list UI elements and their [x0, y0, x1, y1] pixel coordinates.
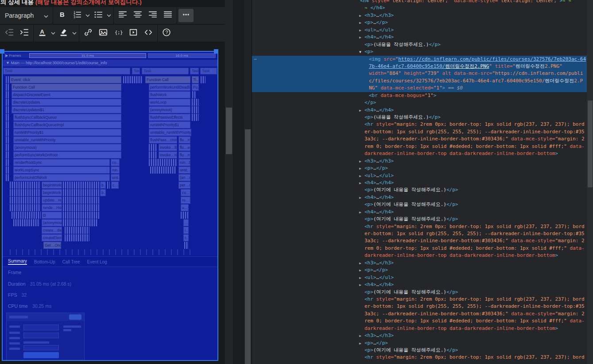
dom-tree-node[interactable]: darkreader-inline-border-top data-darkre… [252, 252, 587, 259]
dom-tree-node[interactable]: ▶<ul>…</ul> [252, 274, 587, 281]
expand-arrow-icon[interactable]: ▶ [359, 158, 361, 165]
link-button[interactable] [81, 27, 96, 40]
expand-arrow-icon[interactable]: ▶ [359, 34, 361, 41]
dom-tree-node[interactable]: <p>(내용을 작성해주세요.)</p> [252, 114, 587, 121]
page-scrollbar[interactable] [244, 0, 252, 364]
dom-tree-node[interactable]: darkreader-inline-border-top data-darkre… [252, 150, 587, 157]
bold-button[interactable]: B [54, 9, 70, 22]
selected-image[interactable]: ▶ Frames31.0 ms16.0 ms▼ Main — http://lo… [2, 51, 218, 361]
dom-tree-node[interactable]: ▶<p>…</p> [252, 165, 587, 172]
expand-arrow-icon[interactable]: ▶ [359, 282, 361, 288]
expand-arrow-icon[interactable]: ▶ [359, 19, 361, 26]
dom-tree-node[interactable]: <p>(여기에 내용을 작성해주세요.)</p> [252, 201, 587, 208]
dom-tree-node[interactable]: ▶<h4>…</h4> [252, 194, 587, 201]
dom-tree-node[interactable]: ▶<h3>…</h3> [252, 259, 587, 267]
dom-tree-node[interactable]: ▶<p>…</p> [252, 340, 587, 347]
highlight-chevron[interactable] [71, 27, 78, 40]
text-color-button[interactable]: A [35, 27, 50, 40]
dom-tree-node[interactable]: ▶<h4>…</h4> [252, 179, 587, 186]
source-code-button[interactable] [141, 27, 156, 40]
editor-scrollbar[interactable] [225, 0, 233, 364]
dom-tree-node[interactable]: ▶<h4>…</h4> [252, 107, 587, 114]
paragraph-style-select[interactable]: Paragraph [2, 9, 51, 22]
dom-tree-node[interactable]: 3a3c; --darkreader-inline-border-bottom:… [252, 237, 587, 244]
dom-tree-node[interactable]: <h4 style="text-align: center;" data-mce… [252, 0, 587, 4]
expand-arrow-icon[interactable]: ▶ [359, 165, 361, 172]
dom-tree-node[interactable]: 3a3c; --darkreader-inline-border-bottom:… [252, 310, 587, 318]
dom-tree-node[interactable]: <hr style="margin: 2rem 0px; border-top:… [252, 296, 587, 303]
dom-tree-node[interactable]: ▶<h3>…</h3> [252, 12, 587, 19]
expand-arrow-icon[interactable]: ▶ [359, 260, 361, 267]
expand-arrow-icon[interactable]: ▶ [359, 267, 361, 274]
indent-button[interactable] [17, 27, 32, 40]
dom-tree-node[interactable]: ▶<h4>…</h4> [252, 34, 587, 41]
dom-tree-node[interactable]: ▶<h3>…</h3> [252, 158, 587, 165]
highlight-button[interactable] [56, 27, 71, 40]
dom-tree-node[interactable]: ⋯<img src="https://cdn.inflearn.com/publ… [252, 56, 587, 63]
more-button[interactable] [178, 9, 194, 22]
expand-arrow-icon[interactable]: ▶ [359, 209, 361, 216]
dom-tree-node[interactable]: rem 0; border-top: 1px solid #ededed; bo… [252, 245, 587, 252]
dom-tree-node[interactable]: <br data-mce-bogus="1"> [252, 92, 587, 99]
dom-tree-node[interactable]: <p>(여기에 내용을 작성해주세요.)</p> [252, 347, 587, 354]
expand-arrow-icon[interactable]: ▶ [359, 333, 361, 339]
dom-tree-node[interactable]: ▶<h4>…</h4> [252, 281, 587, 288]
dom-tree-node[interactable]: ▶<h3>…</h3> [252, 332, 587, 339]
ordered-list-button[interactable]: 123 [70, 9, 85, 22]
media-button[interactable] [126, 27, 141, 40]
dom-tree-node[interactable]: <hr style="margin: 2rem 0px; border-top:… [252, 121, 587, 128]
bullet-list-button[interactable] [91, 9, 106, 22]
editor-scrollbar-thumb[interactable] [226, 108, 232, 154]
devtools-scrollbar[interactable] [587, 0, 593, 364]
editor-content-area[interactable]: ▶ Frames31.0 ms16.0 ms▼ Main — http://lo… [0, 43, 225, 364]
dom-tree-node[interactable]: <hr style="margin: 2rem 0px; border-top:… [252, 354, 587, 361]
expand-arrow-icon[interactable]: ▶ [359, 340, 361, 347]
dom-tree-node[interactable]: ▶<ul>…</ul> [252, 27, 587, 34]
text-color-chevron[interactable] [50, 27, 56, 40]
expand-arrow-icon[interactable]: ▶ [359, 180, 361, 186]
node-menu-icon[interactable]: ⋯ [254, 56, 257, 63]
dom-tree-node[interactable]: ▶<p>…</p> [252, 19, 587, 26]
devtools-scrollbar-thumb[interactable] [588, 101, 593, 187]
dom-tree-node[interactable]: <p>(여기에 내용을 작성해주세요.)</p> [252, 289, 587, 296]
dom-tree-node[interactable]: <p>(여기에 내용을 작성해주세요.)</p> [252, 216, 587, 223]
collapse-arrow-icon[interactable]: ▼ [359, 49, 361, 55]
dom-tree-node[interactable]: <hr style="margin: 2rem 0px; border-top:… [252, 223, 587, 230]
expand-arrow-icon[interactable]: ▶ [359, 173, 361, 179]
dom-tree-node[interactable]: <p>(여기에 내용을 작성해주세요.)</p> [252, 186, 587, 194]
dom-tree-node[interactable]: ▶<h4>…</h4> [252, 209, 587, 216]
dom-tree-node[interactable]: ❧ </h4> [252, 4, 587, 12]
dom-tree-node[interactable]: darkreader-inline-border-top data-darkre… [252, 325, 587, 332]
expand-arrow-icon[interactable]: ▶ [359, 107, 361, 114]
dom-tree-node[interactable]: er-bottom: 1px solid rgb(255, 255, 255);… [252, 230, 587, 237]
code-sample-button[interactable]: {;} [111, 27, 126, 40]
expand-arrow-icon[interactable]: ▶ [359, 194, 361, 201]
dom-tree-node[interactable]: width="884" height="739" alt data-mce-sr… [252, 70, 587, 77]
dom-tree-node[interactable]: ▶<p>…</p> [252, 267, 587, 274]
justify-button[interactable] [160, 9, 175, 22]
bullet-list-chevron[interactable] [106, 9, 112, 22]
dom-tree-node[interactable]: NG" data-mce-selected="1"> == $0 [252, 85, 587, 92]
resize-handle-top-right[interactable] [214, 49, 218, 54]
align-center-button[interactable] [130, 9, 145, 22]
dom-tree-node[interactable]: er-bottom: 1px solid rgb(255, 255, 255);… [252, 303, 587, 310]
expand-arrow-icon[interactable]: ▶ [359, 275, 361, 281]
align-left-button[interactable] [115, 9, 130, 22]
page-scrollbar-thumb[interactable] [245, 129, 251, 364]
dom-tree-node[interactable]: <p>(내용을 작성해주세요.)</p> [252, 41, 587, 48]
dom-tree-node[interactable]: ▼<p> [252, 48, 587, 55]
dom-tree-node[interactable]: </p> [252, 99, 587, 106]
expand-arrow-icon[interactable]: ▶ [359, 27, 361, 34]
dom-tree-node[interactable]: rem 0; border-top: 1px solid #ededed; bo… [252, 143, 587, 150]
expand-arrow-icon[interactable]: ▶ [359, 12, 361, 19]
ordered-list-chevron[interactable] [85, 9, 91, 22]
dom-tree-node[interactable]: ▶<ul>…</ul> [252, 172, 587, 179]
dom-tree-node[interactable]: 7b-46e4-afc7-60400c95e150/렌더링수정전2.PNG" t… [252, 63, 587, 70]
resize-handle-top-left[interactable] [0, 49, 4, 54]
dom-tree-node[interactable]: 3a3c; --darkreader-inline-border-bottom:… [252, 136, 587, 143]
align-right-button[interactable] [145, 9, 160, 22]
help-button[interactable]: ? [159, 27, 174, 40]
image-button[interactable] [96, 27, 111, 40]
dom-tree-node[interactable]: er-bottom: 1px solid rgb(255, 255, 255);… [252, 128, 587, 136]
dom-tree-node[interactable]: rem 0; border-top: 1px solid #ededed; bo… [252, 318, 587, 325]
